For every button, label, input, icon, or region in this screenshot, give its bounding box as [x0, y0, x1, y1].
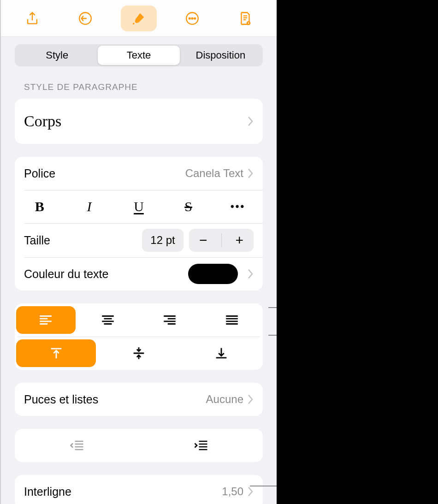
align-center-icon	[100, 312, 116, 328]
format-panel: Style Texte Disposition STYLE DE PARAGRA…	[0, 0, 277, 504]
color-swatch[interactable]	[188, 264, 238, 284]
align-left-button[interactable]	[16, 306, 76, 334]
more-button[interactable]	[174, 6, 210, 31]
chevron-right-icon	[247, 486, 254, 497]
line-spacing-label: Interligne	[24, 485, 222, 498]
tab-disposition[interactable]: Disposition	[180, 46, 261, 65]
valign-bottom-icon	[213, 345, 229, 361]
alignment-card	[15, 303, 263, 370]
size-increase-button[interactable]: +	[235, 232, 243, 248]
align-justify-button[interactable]	[202, 306, 262, 334]
callout-line	[268, 335, 278, 336]
tab-style[interactable]: Style	[16, 46, 98, 65]
format-button[interactable]	[121, 6, 157, 31]
align-right-button[interactable]	[140, 306, 200, 334]
svg-point-6	[248, 22, 249, 24]
share-button[interactable]	[14, 6, 50, 31]
font-card: Police Canela Text B I U S ••• Taille 12…	[15, 157, 263, 291]
align-left-icon	[38, 312, 53, 328]
size-label: Taille	[24, 234, 142, 247]
valign-bottom-button[interactable]	[182, 339, 261, 367]
paragraph-style-row[interactable]: Corps	[15, 99, 263, 144]
indent-button[interactable]	[139, 429, 263, 462]
font-value: Canela Text	[185, 167, 243, 180]
undo-icon	[77, 11, 93, 26]
paragraph-style-header: STYLE DE PARAGRAPHE	[24, 82, 254, 92]
align-justify-icon	[224, 312, 240, 328]
chevron-right-icon	[247, 268, 254, 279]
italic-button[interactable]: I	[65, 190, 114, 223]
underline-button[interactable]: U	[114, 190, 164, 223]
indent-icon	[193, 437, 209, 454]
share-icon	[24, 11, 40, 26]
indent-card	[15, 429, 263, 462]
valign-middle-button[interactable]	[99, 339, 178, 367]
document-eye-icon	[237, 11, 253, 26]
align-center-button[interactable]	[78, 306, 138, 334]
background-area	[277, 0, 438, 504]
valign-top-icon	[48, 345, 64, 361]
chevron-right-icon	[247, 394, 254, 405]
chevron-right-icon	[247, 168, 254, 179]
paintbrush-icon	[131, 11, 147, 26]
line-spacing-card: Interligne 1,50	[15, 475, 263, 504]
format-tabs: Style Texte Disposition	[15, 44, 263, 66]
size-decrease-button[interactable]: −	[199, 232, 207, 248]
line-spacing-value: 1,50	[222, 485, 243, 498]
bullets-card: Puces et listes Aucune	[15, 383, 263, 416]
size-stepper: − +	[189, 229, 254, 252]
size-row: Taille 12 pt − +	[15, 223, 263, 257]
more-font-options-button[interactable]: •••	[213, 190, 263, 223]
bullets-label: Puces et listes	[24, 393, 206, 406]
align-right-icon	[162, 312, 178, 328]
strikethrough-button[interactable]: S	[164, 190, 213, 223]
outdent-icon	[69, 437, 85, 454]
svg-point-2	[189, 18, 190, 19]
outdent-button[interactable]	[15, 429, 139, 462]
undo-button[interactable]	[67, 6, 103, 31]
bullets-value: Aucune	[206, 393, 243, 406]
ellipsis-circle-icon	[184, 11, 200, 26]
callout-line	[268, 307, 278, 308]
tab-texte[interactable]: Texte	[98, 46, 179, 65]
text-color-row[interactable]: Couleur du texte	[15, 257, 263, 291]
line-spacing-row[interactable]: Interligne 1,50	[15, 475, 263, 504]
valign-middle-icon	[131, 345, 147, 361]
document-view-button[interactable]	[227, 6, 263, 31]
svg-point-3	[191, 18, 193, 19]
bold-button[interactable]: B	[15, 190, 65, 223]
bullets-row[interactable]: Puces et listes Aucune	[15, 383, 263, 416]
font-label: Police	[24, 167, 185, 180]
valign-top-button[interactable]	[16, 339, 96, 367]
svg-point-4	[194, 18, 195, 19]
horizontal-align-row	[15, 303, 263, 337]
toolbar	[1, 0, 277, 37]
paragraph-style-value: Corps	[24, 100, 247, 143]
font-style-row: B I U S •••	[15, 190, 263, 223]
chevron-right-icon	[247, 116, 254, 127]
vertical-align-row	[15, 337, 263, 370]
size-value[interactable]: 12 pt	[142, 229, 183, 252]
text-color-label: Couleur du texte	[24, 267, 188, 281]
indent-row	[15, 429, 263, 462]
font-row[interactable]: Police Canela Text	[15, 157, 263, 190]
paragraph-style-card: Corps	[15, 99, 263, 144]
